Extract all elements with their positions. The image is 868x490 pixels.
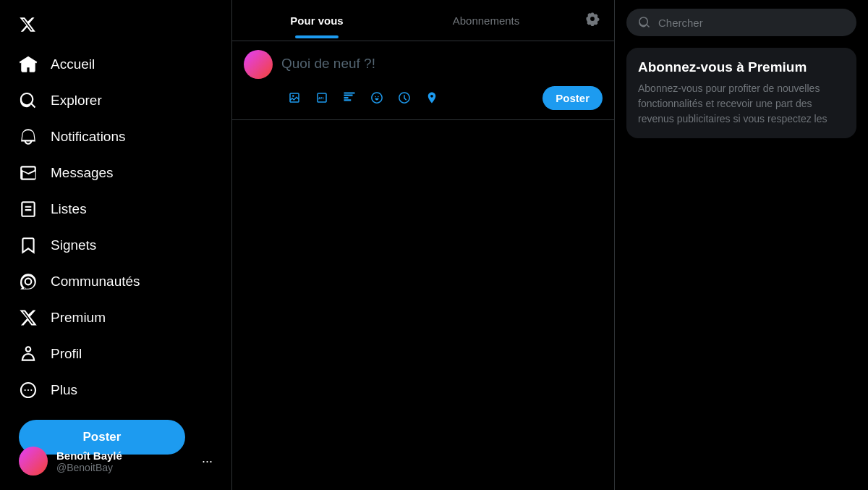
compose-input[interactable]: Quoi de neuf ?! [281, 50, 603, 77]
sidebar-item-plus[interactable]: Plus [9, 372, 88, 408]
main-content: Pour vous Abonnements Quoi de neuf ?! [231, 0, 615, 490]
sidebar-item-premium-label: Premium [51, 310, 106, 326]
search-bar-icon [638, 16, 651, 29]
sidebar-item-signets[interactable]: Signets [9, 227, 106, 263]
x-logo-button[interactable] [9, 6, 46, 43]
compose-area: Quoi de neuf ?! [232, 41, 614, 120]
compose-poll-button[interactable] [336, 85, 362, 111]
tab-pour-vous[interactable]: Pour vous [232, 3, 401, 38]
more-icon [19, 381, 38, 400]
sidebar-item-premium[interactable]: Premium [9, 300, 116, 336]
premium-card-description: Abonnez-vous pour profiter de nouvelles … [638, 81, 845, 127]
compose-tools [281, 85, 445, 111]
sidebar-item-accueil-label: Accueil [51, 56, 95, 72]
bookmark-icon [19, 236, 38, 255]
user-info-container: Benoît Baylé @BenoitBay [19, 447, 122, 476]
sidebar-item-profil-label: Profil [51, 346, 82, 362]
compose-right-panel: Quoi de neuf ?! [281, 50, 603, 111]
emoji-icon [370, 91, 383, 104]
user-display-name: Benoît Baylé [56, 449, 122, 462]
sidebar-item-communautes-label: Communautés [51, 274, 140, 290]
communities-icon [19, 272, 38, 291]
sidebar-item-notifications-label: Notifications [51, 129, 126, 145]
home-icon [19, 55, 38, 74]
compose-image-button[interactable] [281, 85, 307, 111]
bell-icon [19, 127, 38, 146]
right-sidebar: Abonnez-vous à Premium Abonnez-vous pour… [615, 0, 868, 490]
compose-avatar [244, 50, 273, 79]
sidebar-item-listes[interactable]: Listes [9, 191, 97, 227]
compose-post-button[interactable]: Poster [542, 86, 603, 110]
compose-toolbar: Poster [281, 85, 603, 111]
notifications-settings-button[interactable] [571, 0, 614, 41]
sidebar-item-plus-label: Plus [51, 382, 77, 398]
sidebar-item-communautes[interactable]: Communautés [9, 263, 150, 300]
search-input[interactable] [658, 17, 845, 29]
sidebar-item-profil[interactable]: Profil [9, 336, 92, 372]
sidebar-item-explorer[interactable]: Explorer [9, 83, 112, 119]
sidebar-item-accueil[interactable]: Accueil [9, 46, 105, 83]
compose-location-button[interactable] [419, 85, 445, 111]
x-logo-icon [19, 14, 36, 35]
sidebar-item-messages[interactable]: Messages [9, 155, 124, 191]
sidebar-item-notifications[interactable]: Notifications [9, 119, 136, 155]
list-icon [19, 200, 38, 219]
sidebar-item-listes-label: Listes [51, 201, 87, 217]
sidebar-item-messages-label: Messages [51, 165, 114, 181]
search-icon [19, 91, 38, 110]
tabs-bar: Pour vous Abonnements [232, 0, 614, 41]
sidebar-item-explorer-label: Explorer [51, 93, 102, 109]
sidebar-item-signets-label: Signets [51, 237, 96, 253]
location-icon [425, 91, 438, 104]
x-premium-icon [19, 308, 38, 327]
settings-icon [585, 12, 600, 26]
user-profile-section[interactable]: Benoît Baylé @BenoitBay ··· [9, 441, 223, 481]
premium-card: Abonnez-vous à Premium Abonnez-vous pour… [626, 48, 856, 138]
avatar [19, 447, 48, 476]
premium-card-title: Abonnez-vous à Premium [638, 59, 845, 75]
main-nav: Accueil Explorer Notifications Messages [9, 46, 223, 408]
gif-icon [315, 91, 328, 104]
user-handle: @BenoitBay [56, 462, 122, 473]
poll-icon [343, 91, 356, 104]
schedule-icon [398, 91, 411, 104]
more-options-icon[interactable]: ··· [202, 454, 213, 469]
image-icon [288, 91, 301, 104]
user-details: Benoît Baylé @BenoitBay [56, 449, 122, 473]
left-sidebar: Accueil Explorer Notifications Messages [0, 0, 231, 490]
compose-gif-button[interactable] [309, 85, 335, 111]
compose-schedule-button[interactable] [391, 85, 417, 111]
search-bar[interactable] [626, 9, 856, 36]
user-icon [19, 345, 38, 363]
tab-abonnements[interactable]: Abonnements [401, 3, 571, 38]
compose-emoji-button[interactable] [364, 85, 390, 111]
mail-icon [19, 164, 38, 182]
